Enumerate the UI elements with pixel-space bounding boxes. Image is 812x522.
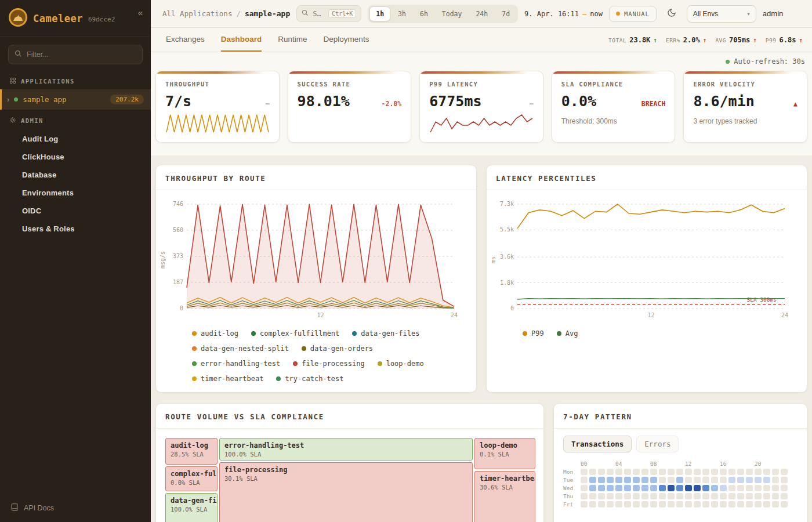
range-7d[interactable]: 7d — [495, 6, 516, 21]
legend-item-loop-demo[interactable]: loop-demo — [378, 360, 424, 368]
heatmap-cell[interactable] — [781, 485, 788, 491]
api-docs-link[interactable]: API Docs — [0, 494, 151, 522]
heatmap-cell[interactable] — [694, 477, 701, 483]
heatmap-cell[interactable] — [676, 493, 683, 499]
treemap-cell-timer-heartbeat[interactable]: timer-heartbeat 30.6% SLA — [474, 471, 535, 522]
heatmap-cell[interactable] — [746, 493, 753, 499]
heatmap-cell[interactable] — [711, 501, 718, 507]
heatmap-cell[interactable] — [633, 493, 640, 499]
heatmap-cell[interactable] — [702, 501, 709, 507]
range-today[interactable]: Today — [436, 6, 469, 21]
heatmap-cell[interactable] — [581, 493, 588, 499]
heatmap-cell[interactable] — [746, 477, 753, 483]
heatmap-cell[interactable] — [607, 469, 614, 475]
heatmap-cell[interactable] — [581, 501, 588, 507]
heatmap-cell[interactable] — [728, 469, 735, 475]
treemap-cell-audit-log[interactable]: audit-log 28.5% SLA — [165, 438, 217, 465]
heatmap-cell[interactable] — [581, 477, 588, 483]
heatmap-cell[interactable] — [755, 493, 762, 499]
heatmap-cell[interactable] — [598, 469, 605, 475]
heatmap-cell[interactable] — [589, 493, 596, 499]
heatmap-cell[interactable] — [598, 477, 605, 483]
heatmap-cell[interactable] — [633, 477, 640, 483]
range-1h[interactable]: 1h — [369, 6, 390, 21]
heatmap-cell[interactable] — [720, 501, 727, 507]
range-6h[interactable]: 6h — [414, 6, 434, 21]
heatmap-cell[interactable] — [624, 493, 631, 499]
legend-item-timer-heartbeat[interactable]: timer-heartbeat — [192, 375, 263, 383]
heatmap-cell[interactable] — [772, 485, 779, 491]
sidebar-filter[interactable] — [8, 45, 143, 64]
heatmap-cell[interactable] — [650, 501, 657, 507]
heatmap-cell[interactable] — [755, 485, 762, 491]
heatmap-cell[interactable] — [711, 493, 718, 499]
heatmap-cell[interactable] — [737, 485, 744, 491]
heatmap-cell[interactable] — [633, 501, 640, 507]
heatmap-cell[interactable] — [711, 469, 718, 475]
heatmap-cell[interactable] — [772, 477, 779, 483]
heatmap-cell[interactable] — [746, 485, 753, 491]
treemap-cell-file-processing[interactable]: file-processing 30.1% SLA — [219, 462, 473, 522]
heatmap-cell[interactable] — [668, 493, 675, 499]
heatmap-cell[interactable] — [624, 501, 631, 507]
heatmap-cell[interactable] — [615, 501, 622, 507]
sidebar-item-audit-log[interactable]: Audit Log — [0, 130, 151, 148]
heatmap-cell[interactable] — [772, 469, 779, 475]
heatmap-cell[interactable] — [659, 501, 666, 507]
heatmap-cell[interactable] — [720, 477, 727, 483]
heatmap-cell[interactable] — [702, 485, 709, 491]
heatmap-cell[interactable] — [694, 485, 701, 491]
heatmap-cell[interactable] — [607, 477, 614, 483]
heatmap-cell[interactable] — [781, 477, 788, 483]
heatmap-cell[interactable] — [641, 501, 648, 507]
heatmap-cell[interactable] — [781, 469, 788, 475]
heatmap-cell[interactable] — [746, 501, 753, 507]
dark-mode-toggle[interactable] — [663, 5, 680, 23]
heatmap-cell[interactable] — [702, 493, 709, 499]
tab-runtime[interactable]: Runtime — [278, 28, 307, 52]
treemap-cell-complex-fulfil…[interactable]: complex-fulfil… 0.0% SLA — [165, 466, 217, 491]
heatmap-cell[interactable] — [755, 477, 762, 483]
toggle-transactions[interactable]: Transactions — [563, 436, 632, 452]
heatmap-cell[interactable] — [615, 477, 622, 483]
heatmap-cell[interactable] — [624, 485, 631, 491]
legend-item-data-gen-orders[interactable]: data-gen-orders — [302, 345, 373, 353]
sidebar-item-oidc[interactable]: OIDC — [0, 202, 151, 220]
heatmap-cell[interactable] — [711, 477, 718, 483]
heatmap-cell[interactable] — [737, 493, 744, 499]
heatmap-cell[interactable] — [746, 469, 753, 475]
sidebar-item-clickhouse[interactable]: ClickHouse — [0, 148, 151, 166]
heatmap-cell[interactable] — [694, 469, 701, 475]
treemap-cell-error-handling-test[interactable]: error-handling-test 100.0% SLA — [219, 438, 473, 461]
heatmap-cell[interactable] — [581, 485, 588, 491]
sidebar-item-database[interactable]: Database — [0, 166, 151, 184]
heatmap-cell[interactable] — [772, 493, 779, 499]
heatmap-cell[interactable] — [650, 469, 657, 475]
heatmap-cell[interactable] — [633, 485, 640, 491]
heatmap-cell[interactable] — [650, 477, 657, 483]
heatmap-cell[interactable] — [676, 501, 683, 507]
heatmap-cell[interactable] — [668, 501, 675, 507]
heatmap-cell[interactable] — [598, 493, 605, 499]
heatmap-cell[interactable] — [659, 477, 666, 483]
heatmap-cell[interactable] — [694, 501, 701, 507]
heatmap-cell[interactable] — [685, 477, 692, 483]
heatmap-cell[interactable] — [737, 477, 744, 483]
treemap-cell-data-gen-files[interactable]: data-gen-files 100.0% SLA — [165, 493, 217, 522]
range-24h[interactable]: 24h — [469, 6, 494, 21]
tab-deployments[interactable]: Deployments — [324, 28, 369, 52]
heatmap-cell[interactable] — [763, 469, 770, 475]
range-3h[interactable]: 3h — [392, 6, 412, 21]
heatmap-cell[interactable] — [607, 485, 614, 491]
heatmap-cell[interactable] — [607, 501, 614, 507]
heatmap-cell[interactable] — [720, 469, 727, 475]
heatmap-cell[interactable] — [659, 469, 666, 475]
heatmap-cell[interactable] — [763, 493, 770, 499]
heatmap-cell[interactable] — [589, 477, 596, 483]
heatmap-cell[interactable] — [641, 485, 648, 491]
heatmap-cell[interactable] — [737, 501, 744, 507]
heatmap-cell[interactable] — [728, 485, 735, 491]
heatmap-cell[interactable] — [650, 485, 657, 491]
heatmap-cell[interactable] — [581, 469, 588, 475]
heatmap-cell[interactable] — [668, 485, 675, 491]
